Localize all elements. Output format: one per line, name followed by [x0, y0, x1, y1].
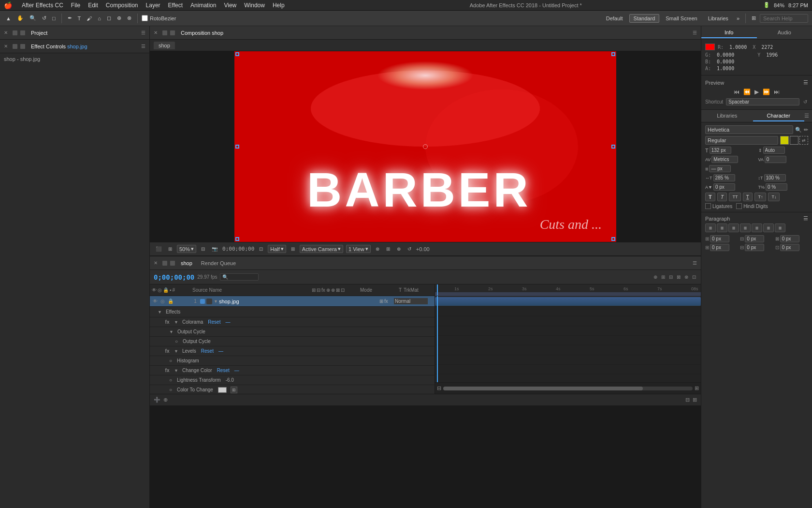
menu-window[interactable]: Window — [244, 2, 265, 9]
preview-skip-end[interactable]: ⏭ — [774, 89, 780, 95]
tl-menu-icon[interactable]: ☰ — [693, 260, 697, 266]
layer-1-solo[interactable]: ◎ — [160, 298, 166, 304]
vc-view-options[interactable]: ⊞ — [289, 245, 297, 253]
workspace-default[interactable]: Default — [602, 14, 627, 23]
ctc-picker[interactable]: ⊞ — [231, 387, 237, 393]
align-justify-center[interactable]: ≡ — [752, 224, 762, 232]
tl-add-layer[interactable]: ➕ — [154, 397, 160, 403]
menu-edit[interactable]: Edit — [88, 2, 98, 9]
workspace-grid[interactable]: ⊞ — [750, 14, 758, 22]
cc-dash[interactable]: — — [234, 368, 239, 373]
menu-composition[interactable]: Composition — [106, 2, 138, 9]
workspace-smallscreen[interactable]: Small Screen — [661, 14, 701, 23]
cc-expand[interactable]: ▼ — [174, 368, 178, 373]
hindi-checkbox[interactable]: Hindi Digits — [736, 203, 768, 209]
colorama-expand[interactable]: ▼ — [174, 320, 178, 325]
menu-view[interactable]: View — [224, 2, 236, 9]
space-between-input[interactable] — [780, 244, 799, 251]
tool-paint[interactable]: 🖌 — [85, 15, 94, 22]
tool-pen[interactable]: ✒ — [66, 14, 74, 22]
align-left[interactable]: ≡ — [705, 224, 716, 232]
preview-next-frame[interactable]: ⏩ — [763, 89, 770, 95]
menu-layer[interactable]: Layer — [146, 2, 160, 9]
view-dropdown[interactable]: 1 View ▾ — [346, 245, 371, 253]
apple-menu[interactable]: 🍎 — [4, 1, 12, 9]
font-size-input[interactable] — [710, 147, 731, 154]
levels-expand[interactable]: ▼ — [174, 349, 178, 354]
tool-hand[interactable]: ✋ — [15, 14, 26, 22]
space-after-input[interactable] — [745, 244, 764, 251]
layer-row-1[interactable]: 👁 ◎ 🔒 1 ▼ shop.jpg ⊞ fx — [150, 296, 435, 307]
tool-text[interactable]: T — [76, 15, 83, 22]
ctc-swatch[interactable] — [218, 387, 227, 393]
menu-file[interactable]: File — [71, 2, 80, 9]
vc-grid2[interactable]: ⊞ — [384, 245, 392, 253]
tl-parent[interactable]: ⊞ — [660, 274, 666, 280]
kerning-select[interactable]: Metrics — [711, 156, 738, 163]
oc-expand[interactable]: ▼ — [169, 329, 174, 334]
align-right[interactable]: ≡ — [728, 224, 739, 232]
vc-glasses[interactable]: ⊗ — [374, 245, 381, 253]
leading-input[interactable] — [763, 147, 785, 154]
preview-skip-start[interactable]: ⏮ — [734, 89, 740, 95]
layer-1-eye[interactable]: 👁 — [152, 298, 159, 304]
tl-navigate-next[interactable]: ⊞ — [693, 397, 697, 403]
effects-expand[interactable]: ▼ — [158, 310, 162, 314]
shortcut-dropdown[interactable]: Spacebar — [726, 98, 799, 105]
shortcut-reset[interactable]: ↺ — [802, 99, 808, 105]
handle-br[interactable] — [611, 237, 615, 241]
layer-search-input[interactable] — [220, 273, 259, 281]
menu-aftereffects[interactable]: After Effects CC — [22, 2, 63, 9]
preview-prev-frame[interactable]: ⏪ — [743, 89, 751, 95]
layer-1-lock[interactable]: 🔒 — [167, 298, 174, 304]
search-help-input[interactable] — [760, 14, 808, 23]
font-style-select[interactable]: Regular — [705, 136, 778, 145]
indent-before-input[interactable] — [710, 235, 729, 242]
baseline-input[interactable] — [713, 183, 735, 191]
libraries-tab[interactable]: Libraries — [701, 111, 753, 121]
handle-ml[interactable] — [235, 145, 239, 149]
indent-first-input[interactable] — [710, 244, 729, 251]
para-menu-icon[interactable]: ☰ — [803, 215, 808, 222]
rq-tab[interactable]: Render Queue — [198, 259, 239, 267]
tool-eraser[interactable]: ◻ — [105, 14, 113, 22]
current-timecode[interactable]: 0;00;00;00 — [154, 273, 194, 281]
stroke-color-swatch[interactable] — [790, 136, 798, 145]
tl-magnet[interactable]: ⊕ — [652, 274, 658, 280]
tool-puppet[interactable]: ⊗ — [125, 14, 133, 22]
handle-mr[interactable] — [611, 145, 615, 149]
style-sub[interactable]: T↓ — [768, 193, 780, 201]
tsumi-input[interactable] — [766, 183, 787, 191]
panel-menu-icon[interactable]: ☰ — [141, 30, 145, 35]
tool-arrow[interactable]: ▲ — [4, 15, 13, 22]
vc-always-preview[interactable]: ⬛ — [154, 245, 163, 253]
hscale-input[interactable] — [713, 174, 735, 181]
font-name-select[interactable]: Helvetica — [705, 125, 793, 134]
tl-draft[interactable]: ⊕ — [163, 397, 168, 403]
colorama-reset[interactable]: Reset — [208, 319, 220, 325]
font-edit-btn[interactable]: ✏ — [804, 127, 808, 133]
tl-scrollbar[interactable] — [443, 387, 693, 390]
info-tab[interactable]: Info — [701, 28, 757, 38]
cc-reset[interactable]: Reset — [217, 368, 230, 373]
indent-after-input[interactable] — [745, 235, 764, 242]
tl-close[interactable]: ✕ — [154, 260, 158, 266]
align-center[interactable]: ≡ — [717, 224, 727, 232]
indent-input[interactable] — [709, 165, 731, 172]
levels-dash[interactable]: — — [218, 348, 223, 354]
vc-region[interactable]: ⊡ — [257, 245, 265, 253]
preview-play[interactable]: ▶ — [754, 89, 759, 95]
project-close[interactable]: ✕ — [4, 30, 8, 35]
tool-shape[interactable]: □ — [50, 15, 58, 22]
tl-mask[interactable]: ⊠ — [676, 274, 682, 280]
zoom-dropdown[interactable]: 50% ▾ — [177, 245, 196, 253]
audio-tab[interactable]: Audio — [757, 28, 812, 38]
tl-zoom-out[interactable]: ⊟ — [437, 385, 441, 391]
tool-rotate[interactable]: ↺ — [40, 14, 48, 22]
align-justify-right[interactable]: ≡ — [763, 224, 774, 232]
workspace-standard[interactable]: Standard — [629, 14, 660, 23]
character-tab[interactable]: Character — [753, 111, 805, 121]
tl-motion[interactable]: ⊗ — [683, 274, 689, 280]
menu-effect[interactable]: Effect — [168, 2, 183, 9]
comp-menu-icon[interactable]: ☰ — [693, 30, 697, 35]
